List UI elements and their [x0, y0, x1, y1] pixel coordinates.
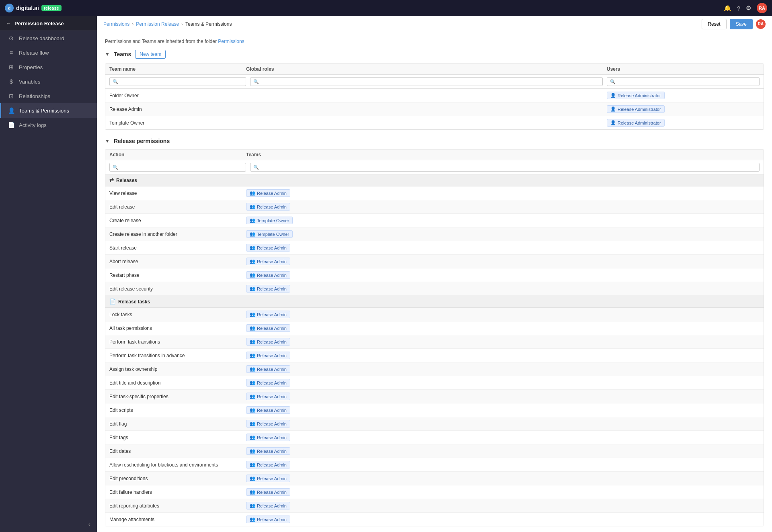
- col-teams: Teams: [246, 152, 760, 158]
- action-search[interactable]: 🔍: [109, 163, 246, 172]
- team-badge-icon: 👥: [250, 218, 255, 223]
- perm-team-badge: 👥 Release Admin: [246, 488, 290, 496]
- sidebar-back-button[interactable]: ←: [6, 20, 11, 27]
- sidebar-title: Permission Release: [14, 20, 64, 27]
- team-badge-icon: 👥: [250, 353, 255, 358]
- team-name-input[interactable]: [120, 79, 243, 84]
- perm-team-badge: 👥 Release Admin: [246, 461, 290, 469]
- releases-group-header: ⇄ Releases: [105, 174, 764, 186]
- teams-value: 👥 Release Admin: [246, 352, 760, 359]
- perm-team-badge: 👥 Release Admin: [246, 203, 290, 211]
- teams-table-header: Team name Global roles Users: [105, 64, 764, 75]
- teams-search-input[interactable]: [261, 164, 756, 170]
- action-label: Create release in another folder: [109, 231, 246, 237]
- team-badge-icon: 👥: [250, 435, 255, 440]
- perm-row-edit-flag: Edit flag 👥 Release Admin: [105, 417, 764, 431]
- sidebar-item-release-dashboard[interactable]: ⊙ Release dashboard: [0, 31, 97, 45]
- info-link[interactable]: Permissions: [218, 39, 244, 44]
- team-row-folder-owner: Folder Owner 👤 Release Administrator: [105, 89, 764, 102]
- users-search[interactable]: 🔍: [607, 77, 760, 86]
- perm-row-edit-failure-handlers: Edit failure handlers 👥 Release Admin: [105, 485, 764, 499]
- breadcrumb-permissions[interactable]: Permissions: [103, 21, 129, 27]
- save-button[interactable]: Save: [730, 19, 753, 29]
- sidebar-item-activity-logs[interactable]: 📄 Activity logs: [0, 118, 97, 132]
- permissions-table-header: Action Teams: [105, 149, 764, 160]
- reset-button[interactable]: Reset: [702, 19, 726, 29]
- sidebar-item-label: Properties: [19, 64, 43, 70]
- permissions-title: Release permissions: [114, 138, 170, 144]
- perm-team-badge: 👥 Release Admin: [246, 258, 290, 265]
- sidebar-item-properties[interactable]: ⊞ Properties: [0, 60, 97, 74]
- topbar-right: 🔔 ? ⚙ RA: [724, 3, 767, 13]
- breadcrumb-permission-release[interactable]: Permission Release: [136, 21, 179, 27]
- team-badge-icon: 👥: [250, 448, 255, 454]
- perm-team-badge: 👥 Release Admin: [246, 285, 290, 293]
- main-content: Permissions › Permission Release › Teams…: [97, 16, 772, 532]
- teams-value: 👥 Release Admin: [246, 244, 760, 252]
- action-label: Edit release security: [109, 286, 246, 292]
- settings-icon[interactable]: ⚙: [746, 4, 751, 12]
- teams-value: 👥 Release Admin: [246, 461, 760, 469]
- global-roles-search[interactable]: 🔍: [250, 77, 603, 86]
- perm-team-badge: 👥 Release Admin: [246, 447, 290, 455]
- action-label: Edit reporting attributes: [109, 503, 246, 509]
- perm-team-badge: 👥 Release Admin: [246, 420, 290, 428]
- teams-table: Team name Global roles Users 🔍 🔍 🔍: [105, 63, 764, 130]
- teams-search-row: 🔍 🔍 🔍: [105, 75, 764, 89]
- action-label: Lock tasks: [109, 312, 246, 317]
- sidebar-item-variables[interactable]: $ Variables: [0, 74, 97, 89]
- search-icon-teams-perm: 🔍: [253, 165, 259, 170]
- action-label: Manage attachments: [109, 517, 246, 522]
- new-team-button[interactable]: New team: [135, 50, 166, 59]
- permissions-table: Action Teams 🔍 🔍 ⇄ Releases: [105, 149, 764, 526]
- sidebar-item-relationships[interactable]: ⊡ Relationships: [0, 89, 97, 103]
- perm-row-edit-tags: Edit tags 👥 Release Admin: [105, 431, 764, 444]
- perm-team-badge: 👥 Template Owner: [246, 230, 293, 238]
- action-label: View release: [109, 190, 246, 196]
- perm-row-manage-attachments: Manage attachments 👥 Release Admin: [105, 513, 764, 526]
- perm-row-lock-tasks: Lock tasks 👥 Release Admin: [105, 308, 764, 321]
- user-icon: 👤: [610, 120, 616, 125]
- perm-row-edit-task-specific: Edit task-specific properties 👥 Release …: [105, 390, 764, 403]
- team-users-template-owner: 👤 Release Administrator: [607, 119, 760, 127]
- perm-team-badge: 👥 Release Admin: [246, 502, 290, 509]
- teams-value: 👥 Release Admin: [246, 258, 760, 265]
- permissions-search-row: 🔍 🔍: [105, 160, 764, 174]
- perm-row-restart-phase: Restart phase 👥 Release Admin: [105, 268, 764, 282]
- logo-icon: d: [5, 4, 14, 12]
- notifications-icon[interactable]: 🔔: [724, 4, 731, 12]
- team-badge-icon: 👥: [250, 503, 255, 508]
- users-input[interactable]: [618, 79, 756, 84]
- sidebar-item-release-flow[interactable]: ≡ Release flow: [0, 45, 97, 60]
- properties-icon: ⊞: [8, 64, 15, 70]
- sidebar-item-label: Release flow: [19, 50, 49, 56]
- logs-icon: 📄: [8, 122, 15, 128]
- team-badge-icon: 👥: [250, 517, 255, 522]
- perm-row-create-release: Create release 👥 Template Owner: [105, 214, 764, 227]
- sidebar-item-teams-permissions[interactable]: 👤 Teams & Permissions: [0, 103, 97, 118]
- action-label: All task permissions: [109, 325, 246, 331]
- user-avatar[interactable]: RA: [757, 3, 767, 13]
- perm-team-badge: 👥 Release Admin: [246, 311, 290, 318]
- perm-team-badge: 👥 Release Admin: [246, 393, 290, 400]
- flow-icon: ≡: [8, 49, 15, 56]
- perm-team-badge: 👥 Release Admin: [246, 271, 290, 279]
- global-roles-input[interactable]: [261, 79, 600, 84]
- sidebar-collapse-button[interactable]: ‹: [0, 517, 97, 532]
- team-badge-icon: 👥: [250, 476, 255, 481]
- teams-value: 👥 Release Admin: [246, 393, 760, 400]
- user-icon: 👤: [610, 93, 616, 98]
- sidebar-item-label: Activity logs: [19, 122, 47, 128]
- perm-team-badge: 👥 Release Admin: [246, 365, 290, 373]
- action-search-input[interactable]: [120, 164, 243, 170]
- team-row-release-admin: Release Admin 👤 Release Administrator: [105, 102, 764, 116]
- permissions-toggle[interactable]: ▼: [105, 138, 110, 144]
- teams-search-perm[interactable]: 🔍: [250, 163, 760, 172]
- team-users-folder-owner: 👤 Release Administrator: [607, 92, 760, 99]
- teams-toggle[interactable]: ▼: [105, 51, 110, 57]
- team-badge-icon: 👥: [250, 462, 255, 467]
- help-icon[interactable]: ?: [737, 5, 740, 12]
- action-label: Edit release: [109, 204, 246, 210]
- perm-team-badge: 👥 Release Admin: [246, 324, 290, 332]
- team-name-search[interactable]: 🔍: [109, 77, 246, 86]
